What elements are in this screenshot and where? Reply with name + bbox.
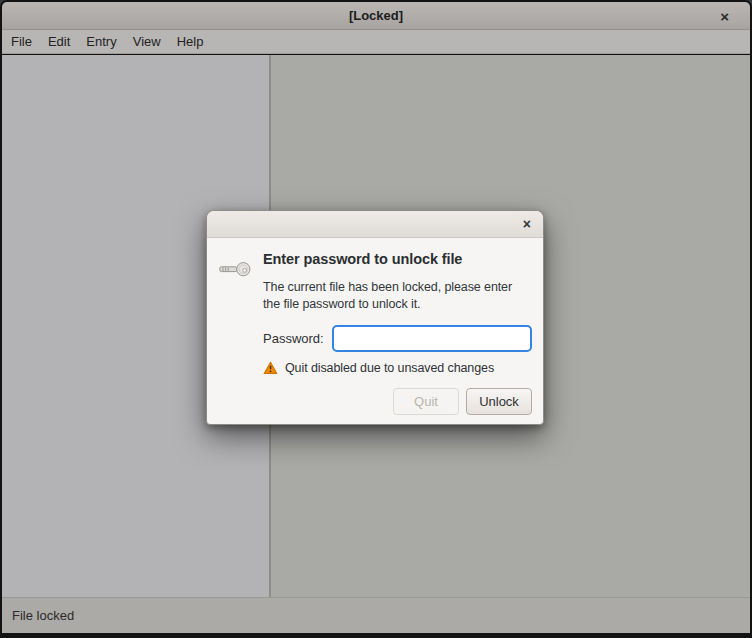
key-icon (219, 251, 253, 375)
menu-help[interactable]: Help (169, 31, 212, 52)
menu-file[interactable]: File (3, 31, 40, 52)
window-title: [Locked] (349, 8, 403, 23)
unlock-dialog: × Enter password to unlock file The curr… (206, 210, 544, 425)
password-input[interactable] (332, 325, 532, 352)
dialog-message: The current file has been locked, please… (263, 279, 532, 313)
menu-entry[interactable]: Entry (78, 31, 124, 52)
password-label: Password: (263, 331, 324, 346)
window-titlebar: [Locked] × (2, 2, 750, 30)
dialog-heading: Enter password to unlock file (263, 251, 532, 267)
app-window: [Locked] × File Edit Entry View Help Fil… (0, 0, 752, 638)
quit-button[interactable]: Quit (393, 388, 459, 415)
dialog-buttons: Quit Unlock (393, 388, 532, 415)
dialog-body: Enter password to unlock file The curren… (207, 238, 543, 425)
window-close-icon[interactable]: × (716, 6, 733, 25)
menu-view[interactable]: View (125, 31, 169, 52)
menubar: File Edit Entry View Help (2, 30, 750, 54)
statusbar: File locked (2, 597, 750, 633)
dialog-titlebar: × (207, 211, 543, 238)
dialog-close-icon[interactable]: × (520, 215, 534, 233)
menu-edit[interactable]: Edit (40, 31, 78, 52)
warning-text: Quit disabled due to unsaved changes (285, 361, 494, 375)
status-text: File locked (12, 608, 74, 623)
unlock-button[interactable]: Unlock (466, 388, 532, 415)
warning-triangle-icon (263, 361, 278, 375)
